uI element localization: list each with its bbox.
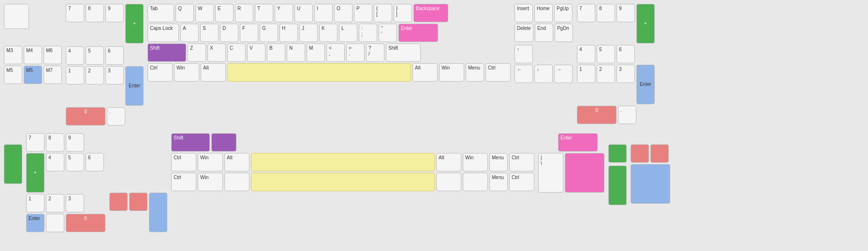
key-rbracket[interactable]: } ]: [394, 4, 412, 22]
key-win-right[interactable]: Win: [439, 63, 464, 82]
key-0-left[interactable]: 0: [66, 107, 105, 126]
key-win-right-b[interactable]: Win: [463, 153, 488, 171]
key-extra-b[interactable]: [211, 133, 236, 152]
key-m4[interactable]: M4: [24, 46, 42, 64]
key-g[interactable]: G: [260, 24, 278, 42]
key-enter-left[interactable]: Enter: [125, 66, 144, 106]
key-win-left[interactable]: Win: [174, 63, 199, 82]
key-b[interactable]: B: [267, 43, 285, 62]
key-pgdn[interactable]: PgDn: [555, 24, 573, 42]
key-n[interactable]: N: [287, 43, 305, 62]
key-ctrl-right-b[interactable]: Ctrl: [509, 153, 534, 171]
key-tab[interactable]: Tab: [147, 4, 174, 22]
key-enter-main[interactable]: Enter: [398, 24, 438, 42]
key-alt-right-b2[interactable]: [436, 173, 461, 191]
key-s[interactable]: S: [200, 24, 219, 42]
key-p[interactable]: P: [354, 4, 372, 22]
key-shift-left[interactable]: Shift: [147, 43, 186, 62]
key-2-lb[interactable]: 2: [46, 194, 64, 212]
key-alt-right-b[interactable]: Alt: [436, 153, 461, 171]
key-green-rb1[interactable]: [608, 144, 627, 163]
key-enter-rb2[interactable]: [565, 153, 604, 193]
key-6-lb[interactable]: 6: [86, 153, 104, 171]
key-red-rb1[interactable]: [631, 144, 649, 163]
key-x[interactable]: X: [207, 43, 226, 62]
key-i[interactable]: I: [314, 4, 333, 22]
key-space[interactable]: [227, 63, 411, 82]
key-end[interactable]: End: [535, 24, 553, 42]
key-8-left[interactable]: 8: [86, 4, 104, 22]
key-blank-lb[interactable]: [46, 214, 64, 232]
key-1-lb[interactable]: 1: [26, 194, 44, 212]
key-caps-lock[interactable]: Caps Lock: [147, 24, 179, 42]
key-enter-rb[interactable]: Enter: [558, 133, 598, 152]
key-5-lb[interactable]: 5: [66, 153, 84, 171]
key-menu[interactable]: Menu: [466, 63, 484, 82]
key-enter-lb[interactable]: Enter: [26, 214, 44, 232]
key-up-arrow[interactable]: ↑: [515, 45, 533, 63]
key-blank-top-left[interactable]: [4, 4, 29, 29]
key-menu-b2[interactable]: Menu: [489, 173, 508, 191]
key-1-right[interactable]: 1: [577, 65, 595, 83]
key-9-lb[interactable]: 9: [66, 133, 84, 152]
key-red-rb2[interactable]: [650, 144, 669, 163]
key-red-b2[interactable]: [129, 193, 147, 211]
key-shift-left-b[interactable]: Shift: [171, 133, 210, 152]
key-z[interactable]: Z: [188, 43, 206, 62]
key-home[interactable]: Home: [534, 4, 553, 22]
key-1-left[interactable]: 1: [66, 66, 84, 84]
key-h[interactable]: H: [280, 24, 298, 42]
key-6-left[interactable]: 6: [105, 46, 124, 65]
key-o[interactable]: O: [334, 4, 353, 22]
key-lbracket[interactable]: { [: [374, 4, 392, 22]
key-pgup[interactable]: PgUp: [554, 4, 573, 22]
key-t[interactable]: T: [255, 4, 273, 22]
key-8-right[interactable]: 8: [597, 4, 615, 22]
key-enter-right[interactable]: Enter: [636, 65, 655, 104]
key-menu-b[interactable]: Menu: [489, 153, 508, 171]
key-backspace[interactable]: Backspace: [413, 4, 448, 22]
key-2-right[interactable]: 2: [597, 65, 615, 83]
key-f[interactable]: F: [240, 24, 258, 42]
key-green-rb2[interactable]: [608, 166, 627, 205]
key-period[interactable]: > .: [346, 43, 365, 62]
key-slash[interactable]: ? /: [366, 43, 384, 62]
key-space-b2[interactable]: [251, 173, 435, 191]
key-u[interactable]: U: [294, 4, 313, 22]
key-9-right[interactable]: 9: [617, 4, 635, 22]
key-space-b1[interactable]: [251, 153, 435, 171]
key-win-right-b2[interactable]: [463, 173, 488, 191]
key-r[interactable]: R: [235, 4, 253, 22]
key-m5-2[interactable]: M5: [24, 66, 42, 84]
key-quote[interactable]: " ': [379, 24, 397, 42]
key-w[interactable]: W: [195, 4, 214, 22]
key-8-lb[interactable]: 8: [46, 133, 64, 152]
key-shift-right[interactable]: Shift: [386, 43, 421, 62]
key-semicolon[interactable]: : ;: [359, 24, 377, 42]
key-ctrl-right-b2[interactable]: Ctrl: [509, 173, 534, 191]
key-q[interactable]: Q: [176, 4, 194, 22]
key-7-lb[interactable]: 7: [26, 133, 44, 152]
key-plus-right[interactable]: +: [636, 4, 655, 43]
key-win-left-b[interactable]: Win: [198, 153, 223, 171]
key-l[interactable]: L: [339, 24, 357, 42]
key-m[interactable]: M: [307, 43, 325, 62]
key-dot-left[interactable]: .: [107, 107, 125, 126]
key-6-right[interactable]: 6: [617, 45, 635, 63]
key-red-b1[interactable]: [109, 193, 128, 211]
key-alt-left[interactable]: Alt: [201, 63, 226, 82]
key-green-b1[interactable]: [4, 144, 22, 184]
key-a[interactable]: A: [180, 24, 199, 42]
key-0-right[interactable]: 0: [577, 106, 617, 124]
key-ctrl-left[interactable]: Ctrl: [147, 63, 173, 82]
key-m3[interactable]: M3: [4, 46, 22, 64]
key-3-left[interactable]: 3: [105, 66, 124, 84]
key-c[interactable]: C: [227, 43, 246, 62]
key-3-right[interactable]: 3: [617, 65, 635, 83]
key-0-lb[interactable]: 0: [66, 214, 105, 232]
key-7-left[interactable]: 7: [66, 4, 84, 22]
key-ctrl-left-b[interactable]: Ctrl: [171, 153, 196, 171]
key-4-left[interactable]: 4: [66, 46, 84, 65]
key-e[interactable]: E: [215, 4, 234, 22]
key-k[interactable]: K: [319, 24, 338, 42]
